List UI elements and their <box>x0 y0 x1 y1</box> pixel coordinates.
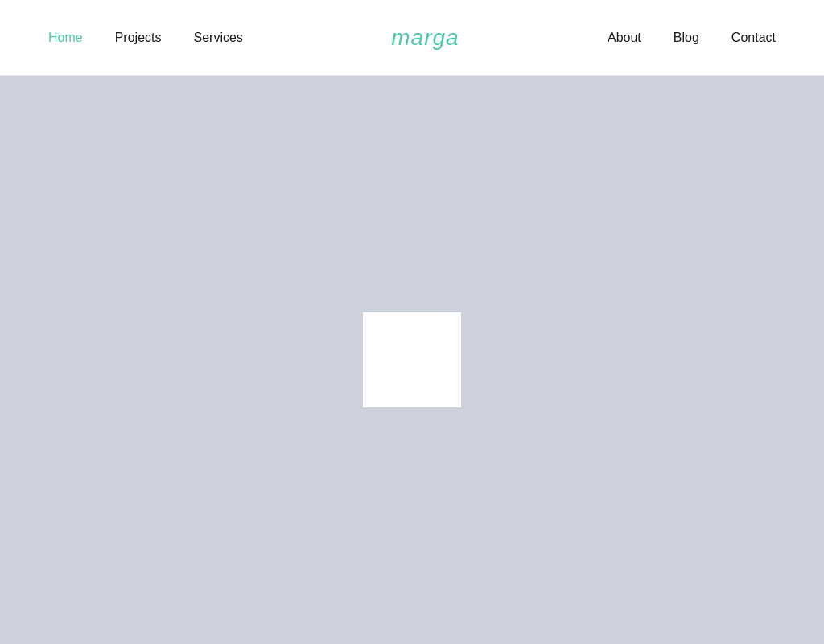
site-logo[interactable]: marga <box>391 25 459 51</box>
hero-box <box>363 312 461 407</box>
nav-home[interactable]: Home <box>48 31 83 45</box>
nav-about[interactable]: About <box>608 31 641 45</box>
nav-right: About Blog Contact <box>608 31 776 45</box>
nav-contact[interactable]: Contact <box>731 31 776 45</box>
nav-services[interactable]: Services <box>193 31 242 45</box>
site-header: Home Projects Services marga About Blog … <box>0 0 824 76</box>
nav-left: Home Projects Services <box>48 31 243 45</box>
nav-blog[interactable]: Blog <box>674 31 699 45</box>
nav-projects[interactable]: Projects <box>115 31 162 45</box>
main-content <box>0 76 824 644</box>
